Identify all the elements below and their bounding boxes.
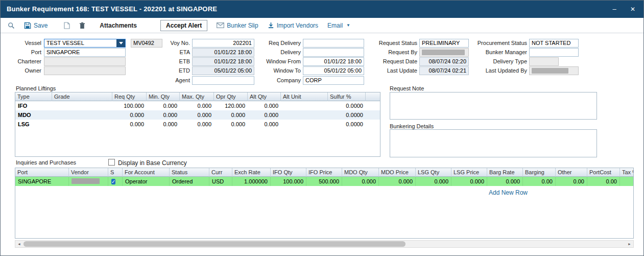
col-barging: Barging — [523, 168, 556, 177]
bunker-manager-field[interactable] — [529, 48, 579, 57]
agent-field[interactable] — [192, 76, 254, 85]
close-button[interactable]: ✕ — [625, 1, 640, 18]
cell-sulfur[interactable]: 0.0000 — [328, 110, 366, 120]
cell-req-qty[interactable]: 100.000 — [112, 101, 147, 110]
cell-alt-unit[interactable] — [281, 120, 328, 129]
minimize-button[interactable]: – — [607, 1, 622, 18]
cell-ifo-price[interactable]: 500.000 — [306, 177, 342, 186]
cell-grade[interactable] — [52, 120, 112, 129]
cell-alt-qty[interactable]: 0.000 — [248, 101, 281, 110]
cell-type[interactable]: MDO — [15, 110, 52, 120]
cell-lsg-qty[interactable]: 0.000 — [416, 177, 451, 186]
document-icon — [64, 22, 70, 29]
cell-other[interactable]: 0.00 — [556, 177, 587, 186]
req-delivery-field[interactable] — [303, 39, 364, 48]
cell-opr-qty[interactable]: 0.000 — [214, 110, 248, 120]
cell-sulfur[interactable]: 0.0000 — [328, 120, 366, 129]
cell-opr-qty[interactable]: 120.000 — [214, 101, 248, 110]
voy-no-field[interactable]: 202201 — [192, 39, 254, 48]
save-button[interactable]: Save — [24, 22, 47, 29]
cell-opr-qty[interactable]: 0.000 — [214, 120, 248, 129]
window-from-field[interactable]: 01/01/22 18:00 — [303, 57, 364, 66]
import-vendors-button[interactable]: Import Vendors — [268, 22, 318, 29]
scroll-right-arrow-icon[interactable]: ► — [626, 241, 633, 247]
etb-field: 01/01/22 18:00 — [192, 57, 254, 66]
cell-max-qty[interactable]: 0.000 — [180, 120, 214, 129]
cell-grade[interactable] — [52, 110, 112, 120]
bunker-slip-button[interactable]: Bunker Slip — [217, 22, 258, 29]
cell-min-qty[interactable]: 0.000 — [147, 110, 180, 120]
scroll-left-arrow-icon[interactable]: ◄ — [15, 241, 23, 247]
bunkering-details-textarea[interactable] — [390, 129, 597, 157]
email-button[interactable]: Email ▼ — [327, 22, 350, 29]
cell-max-qty[interactable]: 0.000 — [180, 101, 214, 110]
add-new-row-link[interactable]: Add New Row — [489, 189, 528, 196]
cell-mdo-price[interactable]: 0.000 — [379, 177, 416, 186]
col-barg-rate: Barg Rate — [487, 168, 523, 177]
agent-label: Agent — [146, 76, 190, 85]
cell-req-qty[interactable]: 0.000 — [112, 110, 147, 120]
cell-alt-qty[interactable]: 0.000 — [248, 120, 281, 129]
cell-min-qty[interactable]: 0.000 — [147, 101, 180, 110]
redacted-value — [422, 50, 465, 55]
accept-alert-button[interactable]: Accept Alert — [160, 20, 207, 31]
cell-portcost[interactable]: 0.00 — [587, 177, 620, 186]
port-field[interactable]: SINGAPORE — [44, 48, 126, 57]
cell-status[interactable]: Ordered — [170, 177, 209, 186]
bunkering-details-label: Bunkering Details — [390, 123, 434, 129]
cell-for-account[interactable]: Operator — [123, 177, 170, 186]
cell-curr[interactable]: USD — [209, 177, 232, 186]
horizontal-scrollbar[interactable]: ◄ ► — [15, 240, 634, 248]
col-tax-pct: Tax % — [620, 168, 634, 177]
cell-alt-unit[interactable] — [281, 110, 328, 120]
inquiry-row-ordered[interactable]: SINGAPORE ✓ Operator Ordered USD 1.00000… — [15, 177, 634, 186]
cell-req-qty[interactable]: 0.000 — [112, 120, 147, 129]
email-label: Email — [327, 22, 343, 29]
display-base-currency-checkbox[interactable] — [108, 159, 115, 166]
scrollbar-thumb[interactable] — [23, 241, 406, 247]
company-field[interactable]: CORP — [303, 76, 364, 85]
delivery-type-label: Delivery Type — [470, 57, 527, 66]
cell-grade[interactable] — [52, 101, 112, 110]
cell-alt-qty[interactable]: 0.000 — [248, 110, 281, 120]
vessel-value: TEST VESSEL — [44, 39, 116, 47]
attachments-button[interactable]: Attachments — [100, 22, 137, 29]
cell-sulfur[interactable]: 0.0000 — [328, 101, 366, 110]
delete-button[interactable] — [79, 22, 85, 29]
request-status-field[interactable]: PRELIMINARY — [419, 39, 469, 48]
col-alt-unit: Alt Unit — [281, 92, 328, 101]
lifting-row-ifo[interactable]: IFO 100.000 0.000 0.000 120.000 0.000 0.… — [15, 101, 380, 110]
cell-port[interactable]: SINGAPORE — [15, 177, 69, 186]
lifting-row-lsg[interactable]: LSG 0.000 0.000 0.000 0.000 0.000 0.0000 — [15, 120, 380, 129]
request-note-textarea[interactable] — [390, 92, 597, 120]
cell-min-qty[interactable]: 0.000 — [147, 120, 180, 129]
cell-exch-rate[interactable]: 1.000000 — [232, 177, 271, 186]
search-button[interactable] — [8, 22, 15, 29]
cell-vendor[interactable] — [69, 177, 108, 186]
cell-alt-unit[interactable] — [281, 101, 328, 110]
copy-document-button[interactable] — [64, 22, 70, 29]
vessel-label: Vessel — [1, 39, 41, 48]
cell-lsg-price[interactable]: 0.000 — [451, 177, 487, 186]
bunker-slip-label: Bunker Slip — [227, 22, 258, 29]
cell-ifo-qty[interactable]: 100.000 — [271, 177, 306, 186]
lifting-row-mdo[interactable]: MDO 0.000 0.000 0.000 0.000 0.000 0.0000 — [15, 110, 380, 120]
delivery-field[interactable] — [303, 48, 364, 57]
delivery-label: Delivery — [253, 48, 301, 57]
cell-type[interactable]: LSG — [15, 120, 52, 129]
planned-liftings-grid: Type Grade Req Qty Min. Qty Max. Qty Opr… — [15, 92, 380, 157]
selected-checkbox[interactable]: ✓ — [111, 179, 115, 184]
cell-barg-rate[interactable]: 0.000 — [487, 177, 523, 186]
download-icon — [268, 22, 274, 29]
vessel-dropdown-arrow-icon[interactable] — [116, 39, 125, 47]
cell-barging[interactable]: 0.00 — [523, 177, 556, 186]
vessel-select[interactable]: TEST VESSEL — [44, 39, 126, 48]
window-to-field[interactable]: 05/01/22 05:00 — [303, 66, 364, 75]
cell-type[interactable]: IFO — [15, 101, 52, 110]
cell-max-qty[interactable]: 0.000 — [180, 110, 214, 120]
procurement-status-field[interactable]: NOT STARTED — [529, 39, 579, 48]
inquiries-header: Port Vendor S For Account Status Curr Ex… — [15, 168, 634, 177]
cell-tax-pct[interactable]: 0.00 — [620, 177, 634, 186]
cell-mdo-qty[interactable]: 0.000 — [342, 177, 379, 186]
cell-selected[interactable]: ✓ — [108, 177, 123, 186]
